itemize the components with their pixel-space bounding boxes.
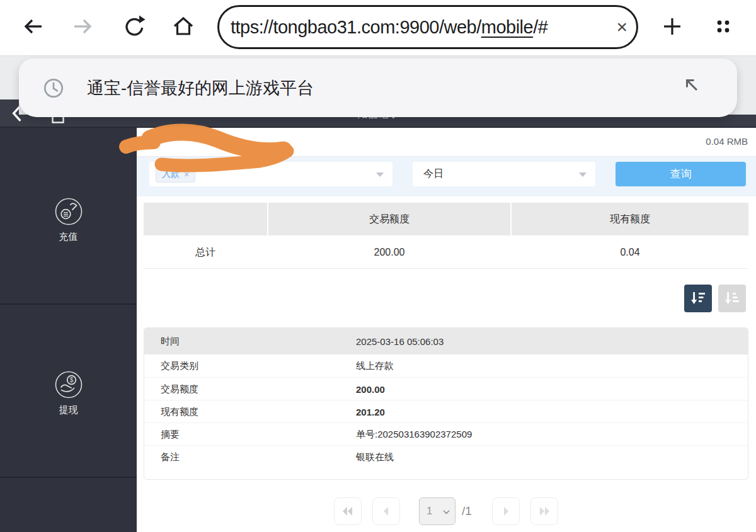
main-content: 0.04 RMB 入款 × 今日 查询 交易额度 现有额度	[137, 128, 756, 532]
detail-row: 时间 2025-03-16 05:06:03	[144, 328, 748, 354]
right-icon	[498, 504, 513, 519]
page-total: /1	[462, 497, 472, 525]
sort-descending-button[interactable]	[684, 285, 712, 312]
sidebar-divider	[0, 303, 137, 305]
detail-value: 201.20	[356, 406, 385, 417]
total-label: 总计	[144, 237, 267, 268]
page-number-select[interactable]: 1	[419, 497, 455, 525]
left-icon	[379, 504, 394, 519]
browser-back-button[interactable]	[20, 14, 45, 39]
date-range-value: 今日	[423, 167, 444, 181]
detail-label: 摘要	[161, 428, 180, 440]
detail-label: 现有额度	[161, 405, 198, 417]
last-page-button[interactable]	[530, 497, 558, 525]
summary-table-row: 总计 200.00 0.04	[144, 237, 748, 269]
suggestion-text: 通宝-信誉最好的网上游戏平台	[87, 77, 314, 99]
sidebar-item-label: 充值	[0, 231, 137, 243]
browser-toolbar: ttps://tongbao31.com:9900/web/mobile/# ×	[0, 0, 756, 55]
summary-table-header: 交易额度 现有额度	[144, 203, 748, 235]
filter-bar: 入款 × 今日 查询	[137, 157, 756, 196]
detail-value: 单号:202503163902372509	[356, 428, 472, 440]
url-bar[interactable]: ttps://tongbao31.com:9900/web/mobile/# ×	[217, 5, 638, 49]
history-clock-icon	[42, 76, 66, 100]
detail-row: 备注 银联在线	[144, 445, 748, 468]
recharge-icon	[54, 197, 83, 226]
header-cell-empty	[144, 203, 267, 235]
header-cell-balance: 现有额度	[512, 203, 748, 235]
tag-label: 入款	[162, 169, 180, 180]
chevron-down-icon	[443, 510, 450, 514]
double-right-icon	[537, 504, 552, 519]
double-left-icon	[340, 504, 355, 519]
summary-table: 交易额度 现有额度 总计 200.00 0.04	[144, 203, 748, 269]
screen: 储值记录 充值 $ 提现	[0, 0, 756, 532]
url-text: ttps://tongbao31.com:9900/web/mobile/#	[231, 17, 547, 38]
sidebar-item-label: 提现	[0, 404, 137, 416]
sidebar-item-recharge[interactable]: 充值	[0, 197, 137, 243]
sort-descending-icon	[690, 290, 706, 307]
sidebar-item-withdraw[interactable]: $ 提现	[0, 370, 137, 416]
insert-suggestion-arrow-icon[interactable]	[682, 75, 701, 96]
total-balance: 0.04	[512, 237, 748, 268]
browser-menu-button[interactable]	[711, 14, 736, 39]
first-page-button[interactable]	[334, 497, 362, 525]
svg-text:$: $	[69, 376, 73, 383]
detail-row: 交易额度 200.00	[144, 377, 748, 400]
detail-label: 交易额度	[161, 383, 198, 395]
detail-value: 线上存款	[356, 360, 394, 372]
detail-value: 2025-03-16 05:06:03	[356, 336, 444, 347]
sidebar: 充值 $ 提现	[0, 128, 137, 532]
prev-page-button[interactable]	[372, 497, 400, 525]
four-dots-icon	[712, 15, 735, 38]
detail-value: 银联在线	[356, 451, 394, 463]
history-suggestion[interactable]: 通宝-信誉最好的网上游戏平台	[19, 59, 737, 117]
header-cell-amount: 交易额度	[268, 203, 510, 235]
balance-band: 0.04 RMB	[137, 128, 756, 157]
browser-home-button[interactable]	[171, 14, 196, 39]
detail-row: 现有额度 201.20	[144, 400, 748, 422]
tag-remove-icon[interactable]: ×	[184, 169, 189, 179]
detail-label: 交易类别	[161, 360, 198, 372]
withdraw-icon: $	[54, 370, 83, 399]
browser-forward-button[interactable]	[71, 14, 96, 39]
balance-amount: 0.04 RMB	[706, 136, 748, 147]
search-button[interactable]: 查询	[616, 162, 746, 186]
transaction-detail-card: 时间 2025-03-16 05:06:03 交易类别 线上存款 交易额度 20…	[144, 327, 748, 480]
new-tab-button[interactable]	[660, 14, 685, 39]
detail-label: 时间	[161, 336, 180, 348]
detail-label: 备注	[161, 451, 180, 463]
detail-row: 摘要 单号:202503163902372509	[144, 422, 748, 445]
selected-type-tag: 入款 ×	[156, 166, 195, 183]
detail-value: 200.00	[356, 383, 385, 394]
sidebar-divider	[0, 477, 137, 478]
transaction-type-select[interactable]: 入款 ×	[149, 162, 392, 186]
next-page-button[interactable]	[492, 497, 520, 525]
chevron-down-icon	[376, 173, 384, 177]
page-number: 1	[427, 505, 432, 518]
detail-row: 交易类别 线上存款	[144, 354, 748, 377]
total-amount: 200.00	[268, 237, 510, 268]
pagination: 1 /1	[137, 497, 756, 525]
browser-refresh-button[interactable]	[121, 14, 146, 39]
date-range-select[interactable]: 今日	[413, 162, 595, 186]
chevron-down-icon	[579, 173, 587, 177]
sort-ascending-icon	[724, 290, 740, 307]
sort-ascending-button[interactable]	[718, 285, 746, 312]
clear-url-icon[interactable]: ×	[616, 18, 627, 37]
